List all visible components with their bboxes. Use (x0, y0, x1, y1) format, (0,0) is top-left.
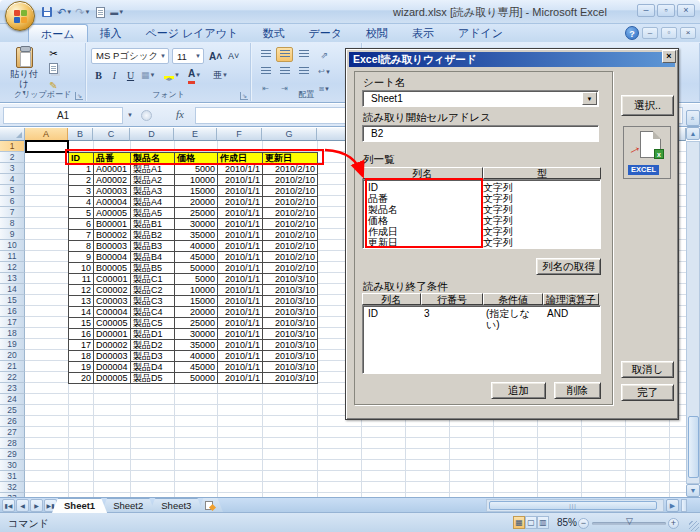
scroll-down-button[interactable]: ▼ (686, 484, 700, 497)
align-top-button[interactable] (257, 47, 274, 62)
tab-split-handle[interactable] (681, 499, 687, 512)
row-header-3[interactable]: 3 (0, 163, 25, 174)
cell[interactable]: 2 (69, 175, 94, 186)
row-header-2[interactable]: 2 (0, 152, 25, 163)
cell[interactable]: 製品A3 (131, 186, 175, 197)
wrap-text-button[interactable]: ↩▼ (316, 64, 333, 79)
cell[interactable]: 5 (69, 208, 94, 219)
font-color-button[interactable]: A▼ (186, 67, 203, 83)
cell[interactable]: 2010/1/1 (218, 351, 263, 362)
cell[interactable]: 5000 (175, 274, 218, 285)
column-list-item[interactable]: 製品名文字列 (363, 204, 600, 215)
get-column-names-button[interactable]: 列名の取得 (536, 258, 601, 275)
cell[interactable]: 20 (69, 373, 94, 384)
selected-cell-a1[interactable] (25, 140, 69, 153)
cell[interactable]: 2010/1/1 (218, 373, 263, 384)
cell[interactable]: 2010/3/10 (263, 340, 318, 351)
cell[interactable]: C00002 (94, 285, 131, 296)
align-left-button[interactable] (257, 64, 274, 79)
cell[interactable]: 製品D2 (131, 340, 175, 351)
column-list-item[interactable]: 品番文字列 (363, 193, 600, 204)
cell[interactable]: 8 (69, 241, 94, 252)
cell[interactable]: 2010/1/1 (218, 164, 263, 175)
cell[interactable]: 15000 (175, 186, 218, 197)
maximize-button[interactable]: ▫ (657, 4, 675, 17)
cell[interactable]: 35000 (175, 230, 218, 241)
cell[interactable]: 製品D1 (131, 329, 175, 340)
row-header-31[interactable]: 31 (0, 471, 25, 482)
cell[interactable]: 30000 (175, 329, 218, 340)
column-header-C[interactable]: C (93, 128, 130, 141)
header-cell-更新日[interactable]: 更新日 (263, 153, 318, 164)
next-sheet-button[interactable]: ▶ (30, 499, 43, 512)
cell[interactable]: D00001 (94, 329, 131, 340)
row-header-29[interactable]: 29 (0, 449, 25, 460)
cell[interactable]: B00002 (94, 230, 131, 241)
header-cell-製品名[interactable]: 製品名 (131, 153, 175, 164)
row-header-12[interactable]: 12 (0, 262, 25, 273)
cell[interactable]: 2010/3/10 (263, 329, 318, 340)
cell[interactable]: 20000 (175, 197, 218, 208)
cell[interactable]: 2010/2/10 (263, 252, 318, 263)
cell[interactable]: 製品A2 (131, 175, 175, 186)
cell[interactable]: B00003 (94, 241, 131, 252)
cell[interactable]: 14 (69, 307, 94, 318)
row-header-9[interactable]: 9 (0, 229, 25, 240)
column-list-header-name[interactable]: 列名 (362, 167, 483, 179)
normal-view-button[interactable]: ▦ (513, 516, 525, 529)
align-center-button[interactable] (276, 64, 293, 79)
cell[interactable]: 45000 (175, 252, 218, 263)
horizontal-scroll-thumb[interactable]: ||| (489, 501, 657, 510)
cell[interactable]: C00003 (94, 296, 131, 307)
cell[interactable]: 2010/3/10 (263, 362, 318, 373)
dialog-title-bar[interactable]: Excel読み取りウィザード (349, 52, 675, 67)
row-header-17[interactable]: 17 (0, 317, 25, 328)
align-right-button[interactable] (295, 64, 312, 79)
cell[interactable]: B00005 (94, 263, 131, 274)
zoom-slider-thumb[interactable]: ▽ (626, 516, 634, 529)
row-header-25[interactable]: 25 (0, 405, 25, 416)
font-dialog-launcher[interactable]: ⇘ (240, 92, 248, 100)
cell[interactable]: 2010/1/1 (218, 208, 263, 219)
align-middle-button[interactable] (276, 47, 293, 62)
cancel-button[interactable]: 取消し (621, 361, 674, 378)
cell[interactable]: A00003 (94, 186, 131, 197)
cell[interactable]: 製品A5 (131, 208, 175, 219)
cell[interactable]: 2010/1/1 (218, 197, 263, 208)
cell[interactable]: 2010/2/10 (263, 164, 318, 175)
first-sheet-button[interactable]: ▮◀ (2, 499, 15, 512)
italic-button[interactable]: I (107, 67, 122, 83)
cell[interactable]: 25000 (175, 208, 218, 219)
row-header-32[interactable]: 32 (0, 482, 25, 493)
tab-数式[interactable]: 数式 (250, 24, 296, 42)
cell[interactable]: 10000 (175, 175, 218, 186)
cell[interactable]: 製品C1 (131, 274, 175, 285)
name-box[interactable]: A1 (3, 107, 123, 124)
cell[interactable]: 製品B1 (131, 219, 175, 230)
row-header-14[interactable]: 14 (0, 284, 25, 295)
sheet-tab-Sheet3[interactable]: Sheet3 (149, 498, 203, 513)
cell[interactable]: 12 (69, 285, 94, 296)
orientation-button[interactable]: ⇗ (316, 47, 333, 62)
print-preview-button[interactable] (93, 4, 107, 20)
row-header-23[interactable]: 23 (0, 383, 25, 394)
qat-customize-button[interactable]: ▬▼ (110, 4, 124, 20)
save-button[interactable] (40, 4, 54, 20)
redo-button[interactable]: ↷▼ (75, 4, 90, 20)
undo-button[interactable]: ↶▼ (57, 4, 72, 20)
cell[interactable]: 2010/2/10 (263, 175, 318, 186)
cell[interactable]: A00002 (94, 175, 131, 186)
cell[interactable]: 2010/2/10 (263, 230, 318, 241)
cell[interactable]: 2010/1/1 (218, 274, 263, 285)
cell[interactable]: 40000 (175, 241, 218, 252)
column-header-E[interactable]: E (174, 128, 217, 141)
name-box-dropdown-icon[interactable]: ▼ (124, 107, 136, 124)
cell[interactable]: 19 (69, 362, 94, 373)
cell[interactable]: 1 (69, 164, 94, 175)
cell[interactable]: 2010/3/10 (263, 274, 318, 285)
tab-ページ レイアウト[interactable]: ページ レイアウト (134, 24, 251, 42)
row-header-22[interactable]: 22 (0, 372, 25, 383)
cell[interactable]: 2010/2/10 (263, 263, 318, 274)
cell[interactable]: B00001 (94, 219, 131, 230)
column-header-G[interactable]: G (262, 128, 317, 141)
